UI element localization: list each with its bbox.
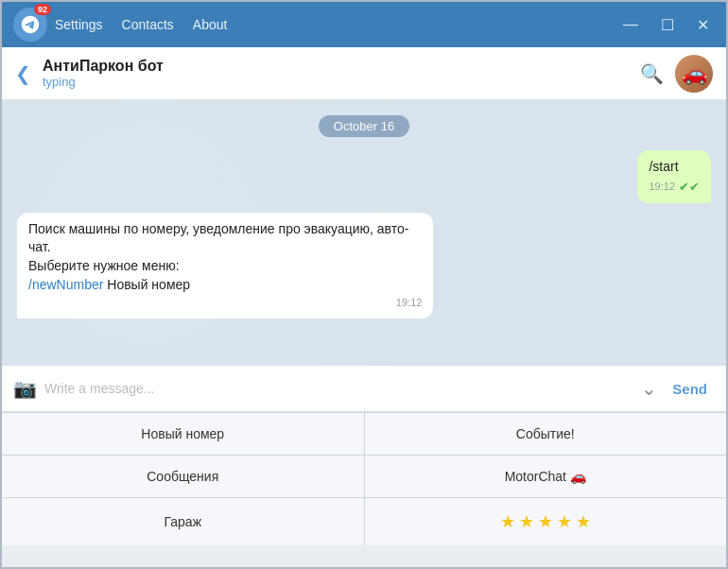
message-meta-sent: 19:12 ✔✔ bbox=[649, 179, 700, 196]
message-time-sent: 19:12 bbox=[649, 180, 675, 194]
menu-contacts[interactable]: Contacts bbox=[122, 17, 174, 32]
bot-button-garage[interactable]: Гараж bbox=[2, 498, 364, 545]
send-button[interactable]: Send bbox=[665, 377, 715, 401]
chat-status: typing bbox=[43, 75, 640, 89]
notification-badge: 92 bbox=[34, 4, 51, 15]
checkmark-icon: ✔✔ bbox=[679, 179, 700, 196]
menu-settings[interactable]: Settings bbox=[55, 17, 103, 32]
chevron-down-icon[interactable]: ⌄ bbox=[641, 377, 657, 400]
star-5: ★ bbox=[576, 511, 591, 532]
input-bar: 📷 ⌄ Send bbox=[2, 365, 726, 412]
message-text-received: Поиск машины по номеру, уведомление про … bbox=[28, 220, 422, 294]
maximize-button[interactable]: ☐ bbox=[655, 14, 680, 36]
close-button[interactable]: ✕ bbox=[691, 14, 715, 36]
window-controls: — ☐ ✕ bbox=[617, 14, 715, 36]
date-label: October 16 bbox=[319, 115, 409, 137]
bot-button-messages[interactable]: Сообщения bbox=[2, 456, 364, 497]
message-time-received: 19:12 bbox=[396, 296, 423, 310]
back-button[interactable]: ❮ bbox=[15, 62, 31, 85]
menu-about[interactable]: About bbox=[193, 17, 228, 32]
chat-title-wrap: АнтиПаркон бот typing bbox=[43, 58, 640, 89]
chat-area: October 16 /start 19:12 ✔✔ Поиск машины … bbox=[2, 100, 726, 365]
message-input[interactable] bbox=[44, 381, 633, 396]
minimize-button[interactable]: — bbox=[617, 14, 644, 35]
message-link-label: Новый номер bbox=[103, 277, 190, 292]
message-row-sent: /start 19:12 ✔✔ bbox=[17, 150, 711, 203]
camera-icon[interactable]: 📷 bbox=[13, 377, 37, 400]
chat-header: ❮ АнтиПаркон бот typing 🔍 🚗 bbox=[2, 47, 726, 100]
bot-button-motorchat[interactable]: MotorChat 🚗 bbox=[365, 456, 727, 497]
star-1: ★ bbox=[500, 511, 515, 532]
message-link[interactable]: /newNumber bbox=[28, 277, 103, 292]
title-bar: 92 Settings Contacts About — ☐ ✕ bbox=[2, 2, 726, 47]
bot-button-new-number[interactable]: Новый номер bbox=[2, 413, 364, 455]
avatar-image: 🚗 bbox=[675, 55, 713, 93]
message-meta-received: 19:12 bbox=[28, 296, 422, 310]
message-text-sent: /start bbox=[649, 158, 700, 177]
star-3: ★ bbox=[538, 511, 553, 532]
bubble-received: Поиск машины по номеру, уведомление про … bbox=[17, 213, 433, 319]
bot-button-event[interactable]: Событие! bbox=[365, 413, 727, 455]
bot-buttons-grid: Новый номер Событие! Сообщения MotorChat… bbox=[2, 412, 726, 545]
message-row-received: Поиск машины по номеру, уведомление про … bbox=[17, 213, 711, 319]
chat-name: АнтиПаркон бот bbox=[43, 58, 640, 75]
avatar: 🚗 bbox=[675, 55, 713, 93]
app-logo: 92 bbox=[13, 8, 47, 42]
bot-button-stars[interactable]: ★ ★ ★ ★ ★ bbox=[365, 498, 727, 545]
star-4: ★ bbox=[557, 511, 572, 532]
menu-bar: Settings Contacts About bbox=[55, 17, 610, 32]
search-icon[interactable]: 🔍 bbox=[640, 62, 664, 85]
date-divider: October 16 bbox=[17, 115, 711, 137]
star-2: ★ bbox=[519, 511, 534, 532]
bubble-sent: /start 19:12 ✔✔ bbox=[637, 150, 711, 203]
